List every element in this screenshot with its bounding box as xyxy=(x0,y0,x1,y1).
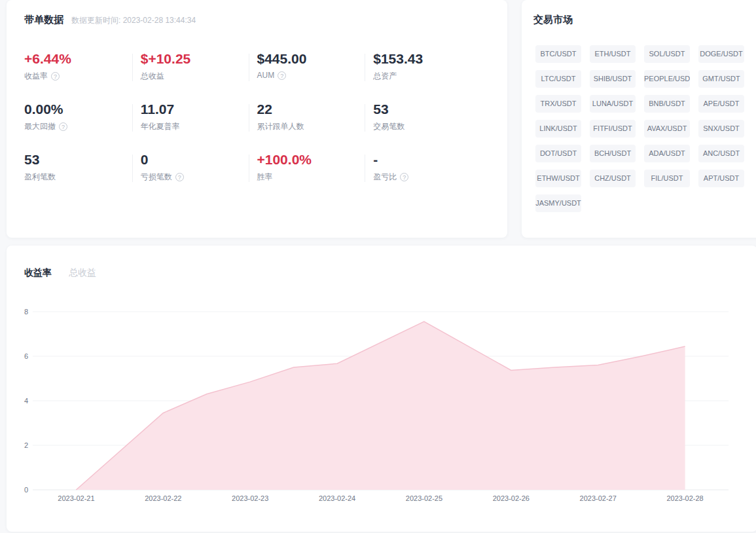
market-pair-chip[interactable]: DOT/USDT xyxy=(535,145,581,162)
stat-cell: 0.00% 最大回撤 ? xyxy=(24,101,141,132)
x-tick-label: 2023-02-21 xyxy=(58,494,94,502)
data-updated-time: 数据更新时间: 2023-02-28 13:44:34 xyxy=(71,15,196,26)
market-pair-chip[interactable]: ADA/USDT xyxy=(644,145,690,162)
tab-total-profit[interactable]: 总收益 xyxy=(69,267,96,279)
stat-label-row: 总收益 ? xyxy=(141,71,257,82)
stat-label-row: 盈亏比 ? xyxy=(373,172,490,183)
stat-value: 53 xyxy=(373,101,490,118)
stat-label: 年化夏普率 xyxy=(141,121,180,132)
stat-cell: +100.0% 胜率 ? xyxy=(257,151,374,183)
chart-card: 收益率 总收益 024682023-02-212023-02-222023-02… xyxy=(7,246,756,532)
stat-label-row: 总资产 ? xyxy=(373,71,490,82)
stat-value: +6.44% xyxy=(24,50,141,67)
stat-value: - xyxy=(373,151,490,168)
stat-cell: 11.07 年化夏普率 ? xyxy=(141,101,257,132)
help-icon[interactable]: ? xyxy=(400,173,408,181)
lead-data-header: 带单数据 数据更新时间: 2023-02-28 13:44:34 xyxy=(7,0,507,26)
stat-label-row: 年化夏普率 ? xyxy=(141,121,257,132)
stat-label: 亏损笔数 xyxy=(141,172,172,183)
yield-area xyxy=(76,322,685,490)
market-pair-chip[interactable]: BNB/USDT xyxy=(644,95,690,113)
market-pair-chip[interactable]: BCH/USDT xyxy=(590,145,636,162)
market-pair-chip[interactable]: APE/USDT xyxy=(698,95,744,113)
market-pair-chip[interactable]: SOL/USDT xyxy=(644,45,690,63)
x-tick-label: 2023-02-24 xyxy=(319,494,355,502)
stat-label-row: 胜率 ? xyxy=(257,172,374,183)
stat-label: AUM xyxy=(257,71,275,80)
market-pair-chip[interactable]: SNX/USDT xyxy=(698,120,744,138)
market-pair-chip[interactable]: LTC/USDT xyxy=(535,70,581,88)
y-tick-label: 8 xyxy=(24,308,28,316)
stat-label: 胜率 xyxy=(257,172,273,183)
stat-value: 0 xyxy=(141,151,257,168)
stat-value: $445.00 xyxy=(257,50,374,67)
x-tick-label: 2023-02-27 xyxy=(580,494,617,502)
stat-label: 盈亏比 xyxy=(373,172,397,183)
help-icon[interactable]: ? xyxy=(51,72,60,81)
yield-area-chart: 024682023-02-212023-02-222023-02-232023-… xyxy=(7,295,756,518)
market-pair-chip[interactable]: BTC/USDT xyxy=(535,45,581,63)
x-tick-label: 2023-02-25 xyxy=(406,494,442,502)
stat-label-row: 交易笔数 ? xyxy=(373,121,490,132)
help-icon[interactable]: ? xyxy=(59,122,67,131)
stat-label-row: AUM ? xyxy=(257,71,374,80)
stat-cell: 53 盈利笔数 ? xyxy=(24,151,141,183)
market-pair-chip[interactable]: JASMY/USDT xyxy=(535,194,581,212)
stat-label: 累计跟单人数 xyxy=(257,121,304,132)
market-pair-chip[interactable]: PEOPLE/USDT xyxy=(644,70,690,88)
x-tick-label: 2023-02-28 xyxy=(666,494,703,502)
stat-label: 收益率 xyxy=(24,71,48,82)
help-icon[interactable]: ? xyxy=(278,71,286,80)
lead-data-title: 带单数据 xyxy=(24,14,63,26)
stat-cell: $445.00 AUM ? xyxy=(257,50,374,82)
market-pair-chip[interactable]: APT/USDT xyxy=(698,170,744,187)
y-tick-label: 2 xyxy=(24,441,28,449)
market-pair-chip[interactable]: LUNA/USDT xyxy=(590,95,636,113)
lead-data-card: 带单数据 数据更新时间: 2023-02-28 13:44:34 +6.44% … xyxy=(7,0,507,238)
chart-tabs: 收益率 总收益 xyxy=(7,246,756,279)
markets-header: 交易市场 xyxy=(522,0,756,26)
markets-title: 交易市场 xyxy=(533,14,573,25)
x-tick-label: 2023-02-22 xyxy=(145,494,181,502)
stat-cell: +6.44% 收益率 ? xyxy=(24,50,141,82)
stat-value: 11.07 xyxy=(141,101,257,118)
stat-label-row: 盈利笔数 ? xyxy=(24,172,141,183)
stat-cell: - 盈亏比 ? xyxy=(373,151,490,183)
tab-yield-rate[interactable]: 收益率 xyxy=(24,267,52,279)
y-tick-label: 4 xyxy=(24,397,28,405)
stat-value: $153.43 xyxy=(373,50,490,67)
stat-label-row: 最大回撤 ? xyxy=(24,121,141,132)
market-pair-chip[interactable]: ANC/USDT xyxy=(698,145,744,162)
stat-label: 盈利笔数 xyxy=(24,172,56,183)
stat-value: 22 xyxy=(257,101,374,118)
stat-cell: 0 亏损笔数 ? xyxy=(141,151,257,183)
markets-card: 交易市场 BTC/USDTETH/USDTSOL/USDTDOGE/USDTLT… xyxy=(522,0,756,238)
stats-grid: +6.44% 收益率 ? $+10.25 总收益 ? $445.00 AUM ?… xyxy=(24,50,490,183)
stat-cell: $+10.25 总收益 ? xyxy=(141,50,257,82)
y-tick-label: 0 xyxy=(24,486,28,494)
market-pairs-grid: BTC/USDTETH/USDTSOL/USDTDOGE/USDTLTC/USD… xyxy=(535,45,756,212)
market-pair-chip[interactable]: LINK/USDT xyxy=(535,120,581,138)
market-pair-chip[interactable]: GMT/USDT xyxy=(698,70,744,88)
stat-label: 总资产 xyxy=(373,71,397,82)
stat-value: +100.0% xyxy=(257,151,374,168)
market-pair-chip[interactable]: SHIB/USDT xyxy=(590,70,636,88)
market-pair-chip[interactable]: CHZ/USDT xyxy=(590,170,636,187)
x-tick-label: 2023-02-26 xyxy=(493,494,530,502)
stat-label-row: 收益率 ? xyxy=(24,71,141,82)
market-pair-chip[interactable]: ETH/USDT xyxy=(590,45,636,63)
market-pair-chip[interactable]: DOGE/USDT xyxy=(698,45,744,63)
stat-value: 53 xyxy=(24,151,141,168)
market-pair-chip[interactable]: TRX/USDT xyxy=(535,95,581,113)
market-pair-chip[interactable]: ETHW/USDT xyxy=(535,170,581,187)
x-tick-label: 2023-02-23 xyxy=(232,494,268,502)
stat-value: 0.00% xyxy=(24,101,141,118)
stat-value: $+10.25 xyxy=(141,50,257,67)
stat-label-row: 累计跟单人数 ? xyxy=(257,121,374,132)
market-pair-chip[interactable]: FIL/USDT xyxy=(644,170,690,187)
stat-label-row: 亏损笔数 ? xyxy=(141,172,257,183)
help-icon[interactable]: ? xyxy=(175,173,184,181)
market-pair-chip[interactable]: FITFI/USDT xyxy=(590,120,636,138)
market-pair-chip[interactable]: AVAX/USDT xyxy=(644,120,690,138)
stat-cell: 22 累计跟单人数 ? xyxy=(257,101,374,132)
